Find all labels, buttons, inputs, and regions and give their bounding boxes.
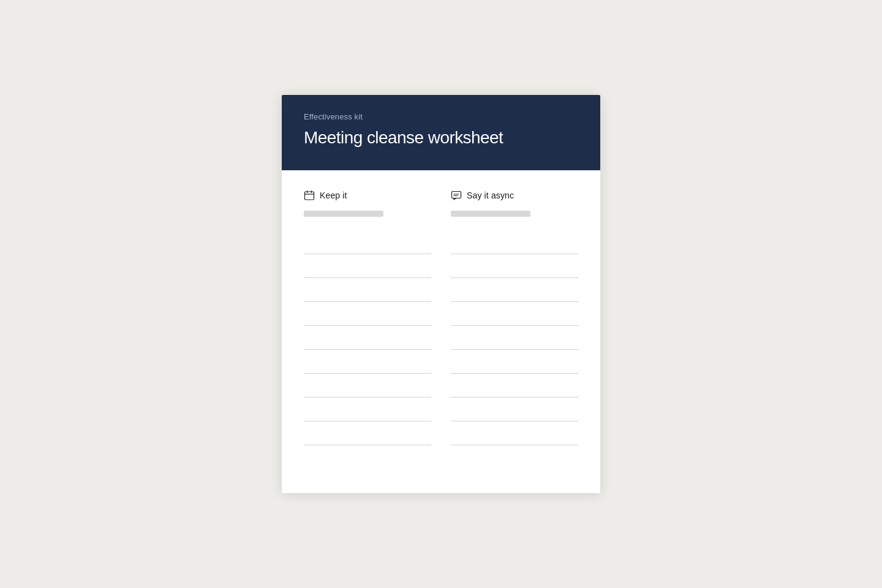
kit-label: Effectiveness kit — [304, 112, 578, 121]
say-it-async-line-3 — [451, 301, 578, 302]
keep-it-line-2 — [304, 277, 431, 278]
keep-it-line-1 — [304, 254, 431, 254]
svg-rect-4 — [452, 191, 461, 198]
say-it-async-column: Say it async — [451, 190, 578, 469]
keep-it-lines — [304, 254, 431, 445]
say-it-async-line-7 — [451, 397, 578, 398]
say-it-async-line-2 — [451, 277, 578, 278]
say-it-async-lines — [451, 254, 578, 445]
keep-it-line-8 — [304, 421, 431, 421]
say-it-async-line-8 — [451, 421, 578, 421]
document-card: Effectiveness kit Meeting cleanse worksh… — [282, 95, 600, 493]
keep-it-line-4 — [304, 325, 431, 326]
keep-it-title: Keep it — [320, 190, 347, 200]
calendar-icon — [304, 190, 315, 201]
say-it-async-line-1 — [451, 254, 578, 254]
say-it-async-line-4 — [451, 325, 578, 326]
document-body: Keep it — [282, 170, 600, 493]
keep-it-placeholder-bar — [304, 211, 383, 217]
say-it-async-placeholder-bar — [451, 211, 530, 217]
say-it-async-line-5 — [451, 349, 578, 350]
say-it-async-line-9 — [451, 445, 578, 445]
keep-it-line-5 — [304, 349, 431, 350]
say-it-async-header: Say it async — [451, 190, 578, 201]
keep-it-line-7 — [304, 397, 431, 398]
chat-icon — [451, 190, 462, 201]
document-title: Meeting cleanse worksheet — [304, 127, 578, 148]
keep-it-line-9 — [304, 445, 431, 445]
columns-container: Keep it — [304, 190, 578, 469]
keep-it-header: Keep it — [304, 190, 431, 201]
keep-it-line-3 — [304, 301, 431, 302]
keep-it-line-6 — [304, 373, 431, 374]
keep-it-column: Keep it — [304, 190, 431, 469]
svg-rect-0 — [305, 192, 314, 200]
say-it-async-line-6 — [451, 373, 578, 374]
document-header: Effectiveness kit Meeting cleanse worksh… — [282, 95, 600, 170]
say-it-async-title: Say it async — [467, 190, 514, 200]
